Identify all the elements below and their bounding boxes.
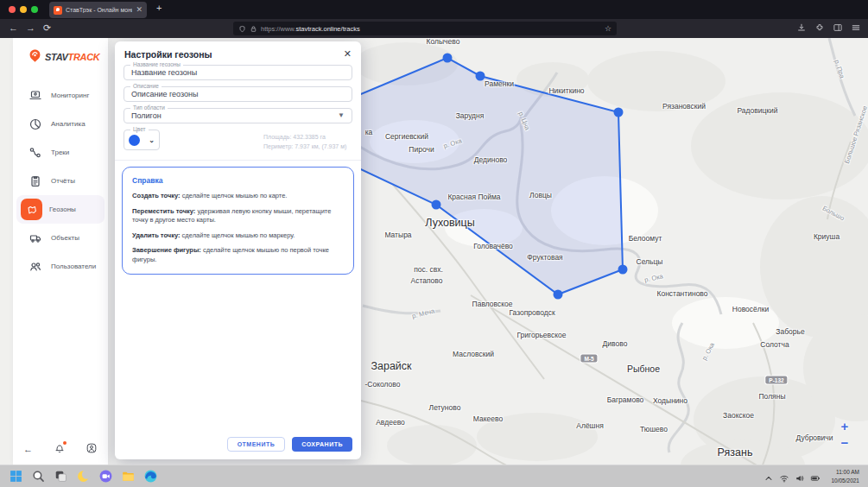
- map-label: пос. свх.: [414, 265, 443, 274]
- page-content: КолычевоРаменкиНикиткиноРязановскийРадов…: [0, 38, 868, 465]
- tracks-icon: [28, 145, 42, 160]
- sidebar-item-geozones[interactable]: Геозоны: [16, 195, 105, 224]
- map-zoom-in-button[interactable]: +: [841, 419, 849, 433]
- browser-tab-bar: СтавТрэк - Онлайн мониторин ✕ +: [0, 0, 868, 19]
- close-window-button[interactable]: [9, 6, 16, 13]
- taskbar: 11:00 AM 10/05/2021: [0, 465, 868, 487]
- url-text: https://www.stavtrack.online/tracks: [261, 25, 360, 33]
- windows-start-icon[interactable]: [9, 469, 23, 484]
- road-badge: М-5: [580, 355, 597, 363]
- polygon-vertex-marker[interactable]: [614, 108, 624, 117]
- map-label: Астапово: [411, 276, 443, 285]
- save-button[interactable]: СОХРАНИТЬ: [292, 437, 352, 452]
- cancel-button[interactable]: ОТМЕНИТЬ: [227, 437, 286, 452]
- lock-icon[interactable]: [250, 25, 257, 33]
- search-icon[interactable]: [31, 469, 46, 484]
- close-icon[interactable]: ✕: [344, 48, 352, 60]
- map-label: Зарайск: [371, 360, 411, 372]
- map-label: Зарудня: [456, 111, 485, 120]
- polygon-vertex-marker[interactable]: [443, 54, 453, 63]
- bookmark-star-icon[interactable]: ☆: [605, 24, 611, 33]
- polygon-vertex-marker[interactable]: [432, 200, 441, 210]
- users-icon: [28, 259, 42, 274]
- map-label: Пирочи: [409, 145, 434, 154]
- panel-actions: ОТМЕНИТЬ СОХРАНИТЬ: [227, 437, 352, 452]
- new-tab-button[interactable]: +: [156, 3, 162, 13]
- notifications-bell-icon[interactable]: [54, 442, 66, 456]
- map-label: Алёшня: [576, 421, 603, 430]
- sidebar-item-label: Треки: [51, 149, 69, 156]
- sidebar-item-monitoring[interactable]: Мониторинг: [16, 81, 105, 110]
- selected-color-swatch: [129, 135, 140, 146]
- edge-browser-icon[interactable]: [143, 469, 158, 484]
- app-logo: STAVTRACK: [27, 48, 100, 65]
- geozone-settings-panel: Настройки геозоны ✕ Название геозоны Наз…: [115, 41, 361, 459]
- reader-sidebar-icon[interactable]: [833, 22, 843, 33]
- reload-icon[interactable]: ⟳: [43, 23, 51, 33]
- task-view-icon[interactable]: [54, 469, 68, 484]
- forward-arrow-icon[interactable]: →: [26, 23, 35, 33]
- sidebar-item-label: Пользователи: [51, 262, 96, 270]
- extensions-icon[interactable]: [814, 22, 825, 33]
- map-zoom-out-button[interactable]: −: [841, 435, 849, 450]
- profile-icon[interactable]: [86, 442, 98, 456]
- download-icon[interactable]: [796, 22, 807, 33]
- polygon-vertex-marker[interactable]: [476, 72, 485, 81]
- sidebar-item-users[interactable]: Пользователи: [16, 252, 105, 281]
- map-label: Заборье: [776, 327, 804, 336]
- sidebar-item-reports[interactable]: Отчёты: [16, 167, 105, 195]
- map-label: Павловское: [472, 300, 513, 308]
- map-label: Радовицкий: [737, 106, 777, 115]
- map-label: Раменки: [485, 79, 514, 88]
- map-label: Головачёво: [473, 242, 513, 250]
- sidebar-item-label: Мониторинг: [51, 92, 89, 99]
- map-label: Луховицы: [425, 217, 474, 229]
- chevron-up-icon[interactable]: [763, 471, 774, 482]
- map-label: Колычево: [427, 38, 460, 46]
- polygon-vertex-marker[interactable]: [554, 290, 563, 300]
- volume-icon[interactable]: [795, 471, 805, 482]
- url-bar[interactable]: https://www.stavtrack.online/tracks ☆: [233, 22, 617, 35]
- minimize-window-button[interactable]: [20, 6, 27, 13]
- sidebar-bottom: ←: [13, 442, 108, 456]
- map-label: Дединово: [474, 155, 508, 164]
- sidebar-item-objects[interactable]: Объекты: [16, 224, 105, 252]
- system-tray: 11:00 AM 10/05/2021: [763, 468, 859, 484]
- polygon-vertex-marker[interactable]: [618, 265, 628, 275]
- help-item: Создать точку: сделайте щелчок мышью по …: [132, 192, 344, 201]
- divider: [115, 160, 361, 161]
- map-label: Баграмово: [607, 395, 644, 404]
- shield-icon[interactable]: [238, 25, 246, 33]
- monitoring-icon: [28, 88, 42, 103]
- chevron-down-icon: ⌄: [149, 136, 155, 144]
- map-label: Дубровичи: [795, 433, 833, 442]
- wifi-icon[interactable]: [779, 471, 789, 482]
- app-menu-icon[interactable]: [851, 22, 861, 33]
- sidebar-item-tracks[interactable]: Треки: [16, 138, 105, 167]
- help-item: Переместить точку: удерживая левую кнопк…: [132, 207, 344, 225]
- close-tab-icon[interactable]: ✕: [136, 6, 143, 14]
- geozone-description-input[interactable]: Описание Описание геозоны: [124, 86, 352, 102]
- taskbar-clock[interactable]: 11:00 AM 10/05/2021: [831, 468, 859, 484]
- battery-icon[interactable]: [810, 471, 820, 482]
- sidebar-item-label: Отчёты: [51, 177, 75, 185]
- map-label: -Соколово: [365, 380, 401, 389]
- moon-app-icon[interactable]: [76, 469, 91, 484]
- sidebar-item-label: Геозоны: [49, 206, 76, 213]
- toolbar-actions: [796, 22, 861, 33]
- analytics-icon: [28, 117, 42, 131]
- geozone-name-input[interactable]: Название геозоны Название геозоны: [124, 65, 352, 80]
- browser-tab[interactable]: СтавТрэк - Онлайн мониторин ✕: [49, 2, 147, 18]
- sidebar-item-analytics[interactable]: Аналитика: [16, 110, 105, 138]
- map-label: Летуново: [429, 403, 461, 412]
- area-type-select[interactable]: Тип области Полигон ▼: [124, 108, 352, 123]
- map-label: Макеево: [473, 414, 503, 423]
- file-explorer-icon[interactable]: [121, 469, 136, 484]
- color-picker[interactable]: Цвет ⌄: [124, 130, 160, 150]
- collapse-arrow-icon[interactable]: ←: [23, 444, 33, 454]
- video-call-app-icon[interactable]: [98, 469, 113, 484]
- taskbar-icons: [9, 469, 166, 484]
- map-label: Рязань: [718, 446, 753, 459]
- maximize-window-button[interactable]: [31, 6, 38, 13]
- back-arrow-icon[interactable]: ←: [9, 23, 18, 33]
